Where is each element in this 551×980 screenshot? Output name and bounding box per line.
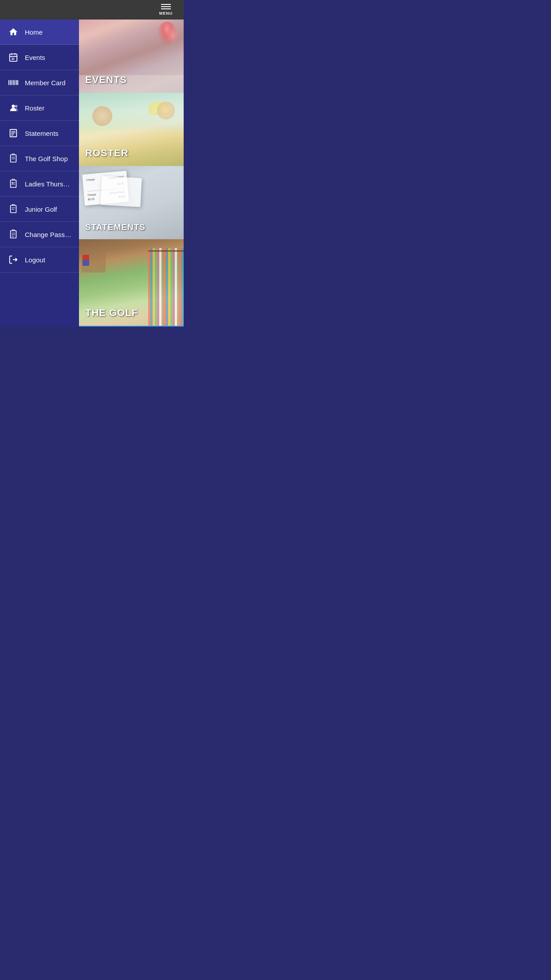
sidebar-item-roster[interactable]: Roster: [0, 95, 79, 121]
svg-rect-14: [17, 80, 18, 85]
card-label-statements: STATEMENTS: [85, 222, 146, 232]
svg-rect-5: [8, 80, 9, 85]
sidebar-item-statements[interactable]: Statements: [0, 121, 79, 146]
svg-rect-17: [10, 130, 17, 137]
svg-rect-7: [10, 80, 11, 85]
card-statements[interactable]: ChargeAmount Paid $0.00 ChargeAmount Pai…: [79, 166, 184, 239]
sidebar-item-label-change-password: Change Password: [25, 231, 72, 238]
card-golf-shop[interactable]: THE GOLF: [79, 239, 184, 326]
logout-icon: [7, 253, 20, 266]
svg-rect-9: [12, 80, 13, 85]
sidebar-item-member-card[interactable]: Member Card: [0, 70, 79, 95]
sidebar-item-home[interactable]: Home: [0, 20, 79, 45]
svg-rect-10: [13, 80, 14, 85]
sidebar-item-ladies-thursday[interactable]: Ladies Thursday Sche…: [0, 171, 79, 197]
roster-icon: [7, 102, 20, 114]
svg-rect-6: [10, 80, 10, 85]
hamburger-icon: [161, 4, 171, 9]
statements-icon: [7, 127, 20, 139]
app-container: MENU Home 30 Even: [0, 0, 184, 327]
card-events[interactable]: EVENTS: [79, 20, 184, 93]
sidebar-item-junior-golf[interactable]: Junior Golf: [0, 197, 79, 222]
home-icon: [7, 26, 20, 38]
svg-point-15: [12, 105, 15, 108]
svg-text:30: 30: [12, 57, 15, 60]
menu-button[interactable]: MENU: [153, 0, 179, 20]
calendar-icon: 30: [7, 51, 20, 63]
sidebar-item-label-logout: Logout: [25, 256, 45, 264]
change-password-icon: [7, 228, 20, 241]
card-roster[interactable]: ROSTER: [79, 93, 184, 166]
card-label-roster: ROSTER: [85, 147, 129, 159]
header-bar: MENU: [0, 0, 184, 20]
sidebar-nav: Home 30 Events: [0, 20, 79, 327]
sidebar-item-label-events: Events: [25, 54, 45, 61]
sidebar-item-label-statements: Statements: [25, 130, 59, 137]
right-panel: EVENTS ROSTER: [79, 20, 184, 327]
sidebar-item-label-junior-golf: Junior Golf: [25, 205, 57, 213]
svg-rect-8: [12, 80, 12, 85]
sidebar-item-label-roster: Roster: [25, 104, 44, 112]
svg-rect-31: [11, 231, 16, 238]
card-junior[interactable]: [79, 326, 184, 327]
sidebar-item-label-home: Home: [25, 28, 43, 36]
svg-rect-13: [16, 80, 17, 85]
card-label-golf-shop: THE GOLF: [85, 307, 138, 319]
svg-rect-28: [11, 205, 16, 213]
sidebar-item-change-password[interactable]: Change Password: [0, 222, 79, 247]
card-label-events: EVENTS: [85, 74, 127, 86]
svg-rect-11: [15, 80, 15, 85]
barcode-icon: [7, 76, 20, 89]
menu-label: MENU: [159, 11, 173, 16]
sidebar-item-golf-shop[interactable]: The Golf Shop: [0, 146, 79, 171]
sidebar-item-label-member-card: Member Card: [25, 79, 66, 87]
ladies-thursday-icon: [7, 178, 20, 190]
sidebar-item-events[interactable]: 30 Events: [0, 45, 79, 70]
svg-rect-12: [16, 80, 16, 85]
junior-golf-icon: [7, 203, 20, 215]
svg-rect-25: [11, 180, 16, 188]
svg-point-16: [15, 105, 17, 108]
sidebar-item-label-golf-shop: The Golf Shop: [25, 155, 68, 162]
sidebar-item-logout[interactable]: Logout: [0, 247, 79, 273]
sidebar-item-label-ladies-thursday: Ladies Thursday Sche…: [25, 180, 72, 188]
svg-rect-22: [11, 155, 16, 162]
golf-shop-icon: [7, 152, 20, 165]
